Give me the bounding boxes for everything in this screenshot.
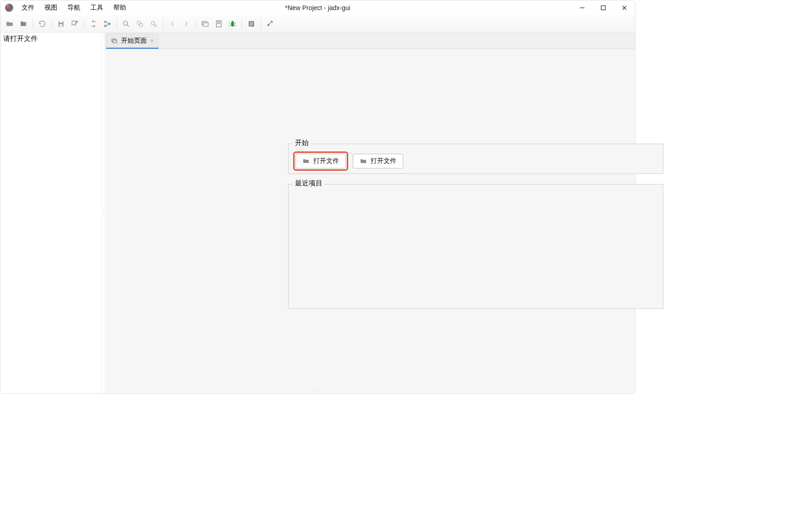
- toolbar-separator: [117, 19, 117, 29]
- svg-line-14: [127, 25, 129, 27]
- main-panel: 开始页面 × 开始 打开文件: [105, 33, 635, 393]
- svg-rect-1: [601, 6, 606, 10]
- search-duplicate-icon[interactable]: [133, 17, 146, 30]
- svg-point-26: [232, 21, 234, 23]
- sync-icon[interactable]: [87, 17, 100, 30]
- svg-rect-8: [104, 21, 106, 23]
- svg-line-12: [106, 24, 109, 26]
- svg-rect-33: [113, 40, 117, 43]
- start-section: 开始 打开文件: [288, 144, 663, 174]
- search-next-icon[interactable]: [147, 17, 160, 30]
- tab-page-icon: [111, 38, 117, 44]
- title-bar: 文件 视图 导航 工具 帮助 *New Project - jadx-gui: [0, 0, 635, 15]
- svg-rect-9: [104, 25, 106, 27]
- bug-icon[interactable]: [226, 17, 239, 30]
- open-project-button[interactable]: 打开文件: [353, 154, 403, 168]
- svg-rect-19: [203, 22, 208, 26]
- bottom-resize-handle[interactable]: ⋯: [316, 387, 320, 392]
- recent-projects-section: 最近项目: [288, 184, 663, 309]
- tab-bar: 开始页面 ×: [105, 33, 635, 49]
- save-icon[interactable]: [55, 17, 67, 30]
- close-button[interactable]: [614, 0, 635, 15]
- file-tree-sidebar: 请打开文件: [0, 33, 102, 393]
- folder-add-icon: [360, 157, 367, 165]
- toolbar-separator: [261, 19, 261, 29]
- content-area: 请打开文件 ⋮ 开始页面 × 开始: [0, 33, 635, 393]
- open-folder-icon[interactable]: [3, 17, 16, 30]
- start-page-body: 开始 打开文件: [105, 49, 635, 393]
- toolbar-separator: [242, 19, 242, 29]
- open-project-icon[interactable]: [17, 17, 30, 30]
- svg-point-16: [139, 23, 143, 27]
- reload-icon[interactable]: [36, 17, 49, 30]
- tab-close-icon[interactable]: ×: [150, 38, 154, 44]
- toolbar-separator: [163, 19, 163, 29]
- app-window: 文件 视图 导航 工具 帮助 *New Project - jadx-gui: [0, 0, 635, 394]
- svg-rect-4: [24, 24, 26, 26]
- start-button-row: 打开文件 打开文件: [289, 144, 663, 175]
- sidebar-open-prompt: 请打开文件: [3, 34, 99, 43]
- frame-icon[interactable]: [199, 17, 211, 30]
- svg-line-24: [229, 25, 230, 26]
- structure-icon[interactable]: [101, 17, 114, 30]
- minimize-button[interactable]: [572, 0, 593, 15]
- bookmark-icon[interactable]: [212, 17, 225, 30]
- log-icon[interactable]: [245, 17, 258, 30]
- open-file-button-label: 打开文件: [313, 157, 339, 165]
- tab-start-page[interactable]: 开始页面 ×: [106, 34, 159, 49]
- toolbar-separator: [195, 19, 196, 29]
- svg-point-17: [151, 21, 155, 25]
- toolbar-separator: [51, 19, 52, 29]
- menu-file[interactable]: 文件: [17, 2, 39, 13]
- svg-rect-10: [108, 22, 111, 25]
- svg-point-31: [268, 24, 269, 25]
- menu-nav[interactable]: 导航: [63, 2, 85, 13]
- toolbar-separator: [84, 19, 84, 29]
- svg-rect-5: [60, 21, 62, 23]
- search-icon[interactable]: [120, 17, 133, 30]
- svg-line-23: [235, 22, 236, 23]
- settings-icon[interactable]: [264, 17, 277, 30]
- svg-rect-6: [60, 24, 62, 26]
- forward-arrow-icon[interactable]: [180, 17, 193, 30]
- menu-bar: 文件 视图 导航 工具 帮助: [17, 2, 131, 13]
- open-project-button-label: 打开文件: [371, 157, 396, 165]
- open-file-button[interactable]: 打开文件: [295, 154, 346, 168]
- menu-tools[interactable]: 工具: [86, 2, 108, 13]
- start-section-legend: 开始: [293, 139, 311, 147]
- svg-line-25: [235, 25, 236, 26]
- svg-rect-34: [364, 162, 366, 163]
- menu-view[interactable]: 视图: [40, 2, 62, 13]
- window-title: *New Project - jadx-gui: [285, 4, 350, 11]
- window-controls: [572, 0, 635, 15]
- svg-rect-20: [217, 21, 222, 27]
- svg-line-22: [229, 22, 230, 23]
- svg-line-11: [106, 22, 109, 24]
- svg-point-15: [137, 21, 141, 25]
- toolbar: [0, 15, 635, 33]
- back-arrow-icon[interactable]: [166, 17, 179, 30]
- toolbar-separator: [33, 19, 33, 29]
- tab-label: 开始页面: [121, 37, 147, 45]
- open-file-highlight-box: 打开文件: [293, 151, 348, 171]
- export-icon[interactable]: [68, 17, 81, 30]
- svg-point-13: [123, 21, 128, 25]
- maximize-button[interactable]: [593, 0, 614, 15]
- app-icon: [5, 4, 13, 12]
- menu-help[interactable]: 帮助: [109, 2, 131, 13]
- recent-projects-legend: 最近项目: [293, 179, 324, 188]
- folder-open-icon: [302, 157, 310, 165]
